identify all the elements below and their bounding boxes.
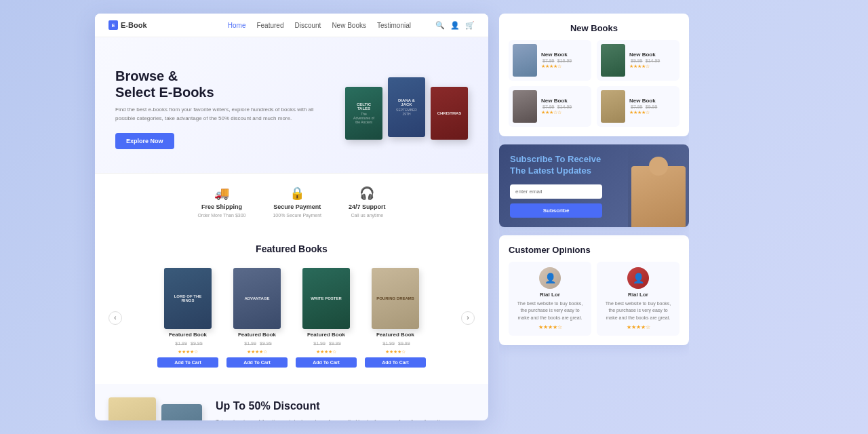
- nav-links: Home Featured Discount New Books Testimo…: [228, 22, 411, 29]
- nav-link-testimonial[interactable]: Testimonial: [377, 22, 411, 29]
- books-carousel: ‹ LORD OF THE RINGS Featured Book $1.99 …: [108, 265, 475, 370]
- subscribe-email-input[interactable]: [510, 184, 602, 199]
- cart-icon[interactable]: 🛒: [465, 21, 475, 30]
- featured-book-card-1: LORD OF THE RINGS Featured Book $1.99 $9…: [157, 268, 218, 368]
- hero-section: Browse &Select E-Books Find the best e-b…: [95, 37, 488, 173]
- new-book-stars-4: ★★★★☆: [629, 110, 675, 115]
- featured-books-section: Featured Books ‹ LORD OF THE RINGS Featu…: [95, 230, 488, 384]
- featured-book-stars-4: ★★★★☆: [385, 349, 406, 355]
- opinions-grid: 👤 Rial Lor The best website to buy books…: [509, 262, 679, 336]
- new-books-grid: New Book $7.99 $16.99 ★★★★☆ New Book $9.…: [509, 40, 679, 127]
- nav-icons: 🔍 👤 🛒: [435, 21, 475, 30]
- feature-payment: 🔒 Secure Payment 100% Secure Payment: [273, 186, 321, 218]
- featured-book-stars-3: ★★★★☆: [316, 349, 336, 355]
- hero-book-1: CELTIC TALES The Adventures of the Ancie…: [345, 87, 382, 140]
- featured-book-title-2: Featured Book: [238, 332, 276, 338]
- hero-book-3: CHRISTMAS: [431, 87, 468, 140]
- support-icon: 🎧: [359, 186, 374, 201]
- new-book-card-1: New Book $7.99 $16.99 ★★★★☆: [509, 40, 591, 81]
- new-book-stars-2: ★★★★☆: [629, 64, 675, 69]
- featured-book-cover-2: ADVANTAGE: [233, 268, 281, 329]
- review-stars-1: ★★★★☆: [514, 324, 586, 330]
- hero-description: Find the best e-books from your favorite…: [115, 106, 332, 123]
- new-book-price-3: $7.99 $14.99: [541, 104, 587, 110]
- hero-book-2: DIANA & JACK SEPTEMBER 29TH: [388, 77, 425, 137]
- discount-title: Up To 50% Discount: [216, 400, 475, 412]
- carousel-prev-button[interactable]: ‹: [108, 311, 122, 325]
- opinions-section: Customer Opinions 👤 Rial Lor The best we…: [499, 235, 689, 346]
- review-text-1: The best website to buy books, the purch…: [514, 300, 586, 322]
- nav-link-home[interactable]: Home: [228, 22, 246, 29]
- explore-now-button[interactable]: Explore Now: [115, 133, 174, 149]
- featured-book-cover-1: LORD OF THE RINGS: [164, 268, 212, 329]
- feature-shipping: 🚚 Free Shipping Order More Than $300: [197, 186, 245, 218]
- featured-book-price-4: $1.99 $9.99: [380, 340, 410, 347]
- opinion-card-2: 👤 Rial Lor The best website to buy books…: [597, 262, 679, 336]
- new-book-name-1: New Book: [541, 52, 587, 58]
- hero-books: CELTIC TALES The Adventures of the Ancie…: [345, 77, 468, 140]
- review-text-2: The best website to buy books, the purch…: [602, 300, 674, 322]
- new-book-stars-3: ★★★☆☆: [541, 110, 587, 115]
- carousel-next-button[interactable]: ›: [461, 311, 475, 325]
- featured-book-title-1: Featured Book: [169, 332, 207, 338]
- discount-text: Up To 50% Discount Take advantage of the…: [216, 400, 475, 420]
- right-panel: New Books New Book $7.99 $16.99 ★★★★☆: [499, 14, 689, 420]
- payment-icon: 🔒: [290, 186, 304, 201]
- new-books-title: New Books: [509, 23, 679, 33]
- feature-payment-title: Secure Payment: [273, 203, 321, 210]
- feature-shipping-desc: Order More Than $300: [197, 213, 245, 218]
- featured-book-price-1: $1.99 $9.99: [173, 340, 202, 347]
- discount-book-1: Ideal for Interior: [108, 397, 156, 420]
- subscribe-section: Subscribe To Receive The Latest Updates …: [499, 144, 689, 227]
- featured-book-card-2: ADVANTAGE Featured Book $1.99 $9.99 ★★★★…: [226, 268, 288, 368]
- subscribe-prefix: Subscribe To: [510, 154, 568, 164]
- featured-book-card-3: WRITE POSTER Featured Book $1.99 $9.99 ★…: [296, 268, 357, 368]
- person-body: [631, 166, 686, 227]
- shipping-icon: 🚚: [214, 186, 229, 201]
- featured-book-cover-3: WRITE POSTER: [302, 268, 350, 329]
- feature-support-desc: Call us anytime: [351, 213, 383, 218]
- opinion-card-1: 👤 Rial Lor The best website to buy books…: [509, 262, 591, 336]
- hero-text: Browse &Select E-Books Find the best e-b…: [115, 68, 332, 149]
- search-icon[interactable]: 🔍: [435, 21, 445, 30]
- new-book-cover-3: [513, 90, 537, 123]
- features-section: 🚚 Free Shipping Order More Than $300 🔒 S…: [95, 173, 488, 230]
- featured-book-price-2: $1.99 $9.99: [242, 340, 271, 347]
- subscribe-heading: Subscribe To Receive The Latest Updates: [510, 154, 602, 177]
- featured-book-price-3: $1.99 $9.99: [311, 340, 340, 347]
- review-stars-2: ★★★★☆: [602, 324, 674, 330]
- nav-link-featured[interactable]: Featured: [256, 22, 283, 29]
- add-to-cart-button-4[interactable]: Add To Cart: [365, 357, 426, 368]
- add-to-cart-button-3[interactable]: Add To Cart: [296, 357, 357, 368]
- person-head: [649, 157, 668, 176]
- subscribe-button[interactable]: Subscribe: [510, 203, 602, 218]
- add-to-cart-button-2[interactable]: Add To Cart: [226, 357, 288, 368]
- subscribe-person-image: [628, 144, 689, 227]
- website-mockup: E E-Book Home Featured Discount New Book…: [95, 14, 488, 420]
- hero-title: Browse &Select E-Books: [115, 68, 332, 100]
- feature-payment-desc: 100% Secure Payment: [273, 213, 321, 218]
- new-book-info-4: New Book $7.99 $9.99 ★★★★☆: [629, 98, 675, 115]
- books-list: LORD OF THE RINGS Featured Book $1.99 $9…: [122, 265, 461, 370]
- user-icon[interactable]: 👤: [450, 21, 460, 30]
- new-book-name-4: New Book: [629, 98, 675, 104]
- new-book-name-2: New Book: [629, 52, 675, 58]
- new-book-price-2: $9.99 $14.99: [629, 58, 675, 64]
- new-book-cover-4: [601, 90, 625, 123]
- reviewer-avatar-2: 👤: [627, 267, 649, 289]
- logo-icon: E: [108, 20, 118, 30]
- new-book-card-2: New Book $9.99 $14.99 ★★★★☆: [597, 40, 679, 81]
- featured-books-title: Featured Books: [108, 243, 475, 254]
- new-books-section: New Books New Book $7.99 $16.99 ★★★★☆: [499, 14, 689, 136]
- nav-link-discount[interactable]: Discount: [294, 22, 321, 29]
- new-book-card-3: New Book $7.99 $14.99 ★★★☆☆: [509, 86, 591, 127]
- nav-link-new-books[interactable]: New Books: [332, 22, 366, 29]
- feature-shipping-title: Free Shipping: [201, 203, 242, 210]
- reviewer-name-1: Rial Lor: [514, 292, 586, 298]
- featured-book-title-4: Featured Book: [376, 332, 414, 338]
- new-book-info-2: New Book $9.99 $14.99 ★★★★☆: [629, 52, 675, 69]
- discount-section: Ideal for Interior Classic Blues Up To 5…: [95, 384, 488, 420]
- add-to-cart-button-1[interactable]: Add To Cart: [157, 357, 218, 368]
- hero-book-2-subtitle: SEPTEMBER 29TH: [396, 108, 417, 116]
- new-book-price-1: $7.99 $16.99: [541, 58, 587, 64]
